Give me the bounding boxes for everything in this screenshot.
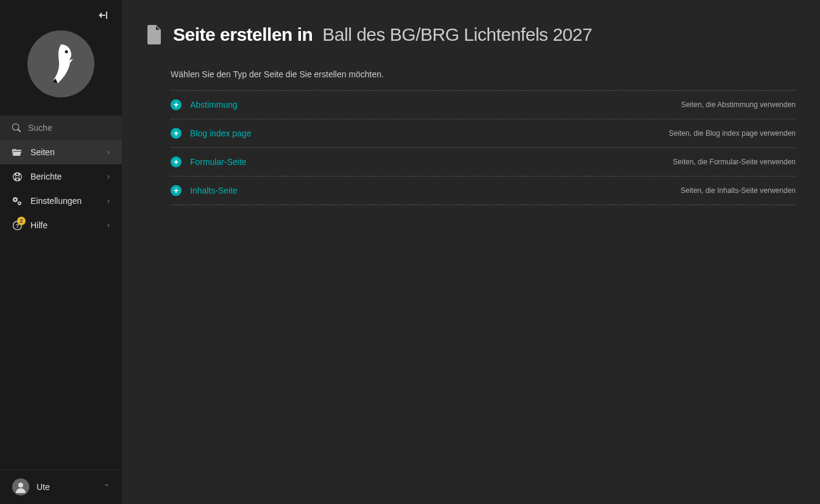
nav-label: Hilfe: [30, 220, 99, 230]
helper-text: Wählen Sie den Typ der Seite die Sie ers…: [171, 69, 796, 79]
avatar: [12, 478, 29, 495]
page-type-link[interactable]: Abstimmung: [190, 100, 673, 110]
notification-badge: 2: [17, 217, 26, 225]
cogs-icon: [12, 196, 22, 206]
chevron-right-icon: ›: [107, 197, 110, 205]
search-icon: [12, 124, 21, 132]
sidebar-item-reports[interactable]: Berichte ›: [0, 164, 122, 189]
plus-icon: +: [171, 128, 182, 139]
sidebar-item-help[interactable]: 2 ? Hilfe ›: [0, 213, 122, 237]
page-type-usage-link[interactable]: Seiten, die Formular-Seite verwenden: [673, 158, 796, 166]
chevron-up-icon: ⌃: [104, 483, 110, 491]
search-input[interactable]: [28, 123, 110, 133]
page-type-link[interactable]: Formular-Seite: [190, 157, 665, 167]
svg-point-3: [18, 483, 23, 488]
sidebar-item-settings[interactable]: Einstellungen ›: [0, 189, 122, 213]
page-type-usage-link[interactable]: Seiten, die Inhalts-Seite verwenden: [680, 186, 796, 195]
wagtail-logo: [27, 30, 94, 97]
user-name: Ute: [37, 482, 96, 492]
collapse-sidebar-button[interactable]: [99, 11, 107, 21]
content-body: Wählen Sie den Typ der Seite die Sie ers…: [146, 69, 796, 205]
nav-label: Seiten: [30, 147, 99, 157]
sidebar: Seiten › Berichte › Einstellungen › 2: [0, 0, 122, 504]
page-type-link[interactable]: Inhalts-Seite: [190, 186, 672, 195]
page-type-row: + Blog index page Seiten, die Blog index…: [171, 119, 796, 148]
plus-icon: +: [171, 99, 182, 110]
chevron-right-icon: ›: [107, 221, 110, 229]
sidebar-item-pages[interactable]: Seiten ›: [0, 140, 122, 164]
page-type-row: + Formular-Seite Seiten, die Formular-Se…: [171, 148, 796, 177]
page-type-link[interactable]: Blog index page: [190, 128, 660, 138]
nav-label: Einstellungen: [30, 196, 99, 206]
page-type-list: + Abstimmung Seiten, die Abstimmung verw…: [171, 90, 796, 205]
main-content: Seite erstellen in Ball des BG/BRG Licht…: [122, 0, 820, 504]
folder-open-icon: [12, 147, 22, 157]
nav-label: Berichte: [30, 172, 99, 181]
svg-point-0: [65, 51, 68, 54]
page-type-row: + Abstimmung Seiten, die Abstimmung verw…: [171, 91, 796, 119]
parent-page-name: Ball des BG/BRG Lichtenfels 2027: [322, 24, 592, 44]
user-menu[interactable]: Ute ⌃: [0, 469, 122, 504]
main-nav: Seiten › Berichte › Einstellungen › 2: [0, 140, 122, 469]
page-header: Seite erstellen in Ball des BG/BRG Licht…: [146, 24, 796, 45]
page-type-usage-link[interactable]: Seiten, die Abstimmung verwenden: [681, 100, 796, 109]
plus-icon: +: [171, 185, 182, 196]
page-title: Seite erstellen in Ball des BG/BRG Licht…: [173, 24, 592, 45]
globe-icon: [12, 172, 22, 181]
title-prefix: Seite erstellen in: [173, 24, 313, 44]
page-type-usage-link[interactable]: Seiten, die Blog index page verwenden: [669, 129, 796, 138]
document-icon: [146, 25, 162, 44]
search-box[interactable]: [0, 116, 122, 140]
page-type-row: + Inhalts-Seite Seiten, die Inhalts-Seit…: [171, 177, 796, 205]
chevron-right-icon: ›: [107, 148, 110, 156]
chevron-right-icon: ›: [107, 172, 110, 181]
plus-icon: +: [171, 156, 182, 167]
